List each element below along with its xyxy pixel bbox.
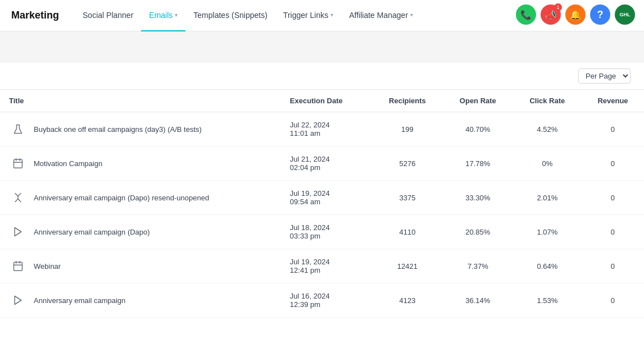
- calendar-icon: [9, 154, 27, 172]
- cell-title: Webinar: [0, 249, 281, 283]
- cell-click-rate: 2.01%: [513, 181, 582, 215]
- svg-rect-0: [14, 159, 22, 168]
- nav-affiliate-manager[interactable]: Affiliate Manager ▾: [341, 0, 421, 31]
- cell-open-rate: 7.37%: [443, 249, 513, 283]
- nav-templates[interactable]: Templates (Snippets): [185, 0, 275, 31]
- table-row: Anniversary email campaign Jul 16, 2024 …: [0, 283, 644, 318]
- cell-execution-date: Jul 19, 2024 12:41 pm: [281, 249, 372, 283]
- filter-bar: Per Page 10 25 50: [0, 63, 644, 90]
- cell-execution-date: Jul 16, 2024 12:39 pm: [281, 283, 372, 318]
- phone-icon[interactable]: 📞: [516, 4, 536, 25]
- col-revenue: Revenue: [582, 90, 644, 112]
- table-row: Buyback one off email campaigns (day3) (…: [0, 112, 644, 146]
- cell-click-rate: 4.52%: [513, 112, 582, 146]
- cell-revenue: 0: [582, 283, 644, 318]
- cell-title: Anniversary email campaign: [0, 283, 281, 318]
- cell-recipients: 4123: [372, 283, 443, 318]
- cell-execution-date: Jul 18, 2024 03:33 pm: [281, 215, 372, 249]
- cell-revenue: 0: [582, 249, 644, 283]
- cell-revenue: 0: [582, 146, 644, 181]
- cell-revenue: 0: [582, 181, 644, 215]
- cell-click-rate: 0%: [513, 146, 582, 181]
- calendar-icon: [9, 257, 27, 275]
- chevron-down-icon: ▾: [330, 12, 333, 18]
- nav-social-planner[interactable]: Social Planner: [75, 0, 141, 31]
- campaigns-table-wrapper: Title Execution Date Recipients Open Rat…: [0, 90, 644, 353]
- cell-recipients: 3375: [372, 181, 443, 215]
- cell-click-rate: 1.53%: [513, 283, 582, 318]
- cell-click-rate: 0.64%: [513, 249, 582, 283]
- campaign-title[interactable]: Buyback one off email campaigns (day3) (…: [34, 125, 202, 134]
- cell-click-rate: 1.07%: [513, 215, 582, 249]
- table-header-row: Title Execution Date Recipients Open Rat…: [0, 90, 644, 112]
- arrow-icon: [9, 223, 27, 241]
- campaign-title[interactable]: Anniversary email campaign: [34, 296, 125, 305]
- help-icon[interactable]: ?: [590, 4, 610, 25]
- arrow-split-icon: [9, 189, 27, 207]
- cell-open-rate: 33.30%: [443, 181, 513, 215]
- svg-marker-5: [15, 228, 21, 236]
- campaign-title[interactable]: Anniversary email campaign (Dapo): [34, 228, 150, 236]
- table-row: Motivation Campaign Jul 21, 2024 02:04 p…: [0, 146, 644, 181]
- main-content: Per Page 10 25 50 Title Execution Date R…: [0, 63, 644, 353]
- table-row: Anniversary email campaign (Dapo) resend…: [0, 181, 644, 215]
- chevron-down-icon: ▾: [410, 12, 413, 18]
- cell-execution-date: Jul 22, 2024 11:01 am: [281, 112, 372, 146]
- per-page-select[interactable]: Per Page 10 25 50: [578, 68, 631, 84]
- flask-icon: [9, 120, 27, 138]
- cell-title: Motivation Campaign: [0, 146, 281, 181]
- cell-revenue: 0: [582, 215, 644, 249]
- campaign-title[interactable]: Anniversary email campaign (Dapo) resend…: [34, 194, 209, 202]
- topbar: 📞 📣 1 🔔 ? GHL: [507, 0, 644, 29]
- cell-recipients: 4110: [372, 215, 443, 249]
- nav-emails[interactable]: Emails ▾: [141, 0, 185, 31]
- cell-recipients: 5276: [372, 146, 443, 181]
- table-row: Webinar Jul 19, 2024 12:41 pm124217.37%0…: [0, 249, 644, 283]
- col-click-rate: Click Rate: [513, 90, 582, 112]
- chevron-down-icon: ▾: [175, 12, 178, 18]
- cell-recipients: 12421: [372, 249, 443, 283]
- cell-open-rate: 20.85%: [443, 215, 513, 249]
- bell-icon[interactable]: 🔔: [565, 4, 586, 25]
- svg-marker-10: [15, 296, 21, 305]
- campaign-title[interactable]: Webinar: [34, 262, 61, 271]
- col-title: Title: [0, 90, 281, 112]
- cell-execution-date: Jul 21, 2024 02:04 pm: [281, 146, 372, 181]
- col-open-rate: Open Rate: [443, 90, 513, 112]
- campaign-title[interactable]: Motivation Campaign: [34, 159, 102, 168]
- cell-open-rate: 17.78%: [443, 146, 513, 181]
- avatar-icon[interactable]: GHL: [615, 4, 635, 25]
- cell-open-rate: 36.14%: [443, 283, 513, 318]
- col-execution-date: Execution Date: [281, 90, 372, 112]
- cell-open-rate: 40.70%: [443, 112, 513, 146]
- cell-title: Anniversary email campaign (Dapo): [0, 215, 281, 249]
- col-recipients: Recipients: [372, 90, 443, 112]
- notification-badge: 1: [554, 3, 562, 11]
- arrow-icon: [9, 291, 27, 309]
- cell-recipients: 199: [372, 112, 443, 146]
- campaigns-table: Title Execution Date Recipients Open Rat…: [0, 90, 644, 318]
- cell-title: Buyback one off email campaigns (day3) (…: [0, 112, 281, 146]
- cell-revenue: 0: [582, 112, 644, 146]
- table-row: Anniversary email campaign (Dapo) Jul 18…: [0, 215, 644, 249]
- cell-title: Anniversary email campaign (Dapo) resend…: [0, 181, 281, 215]
- svg-rect-6: [14, 262, 22, 271]
- nav-trigger-links[interactable]: Trigger Links ▾: [275, 0, 341, 31]
- cell-execution-date: Jul 19, 2024 09:54 am: [281, 181, 372, 215]
- megaphone-icon[interactable]: 📣 1: [541, 4, 561, 25]
- brand-name: Marketing: [11, 10, 59, 21]
